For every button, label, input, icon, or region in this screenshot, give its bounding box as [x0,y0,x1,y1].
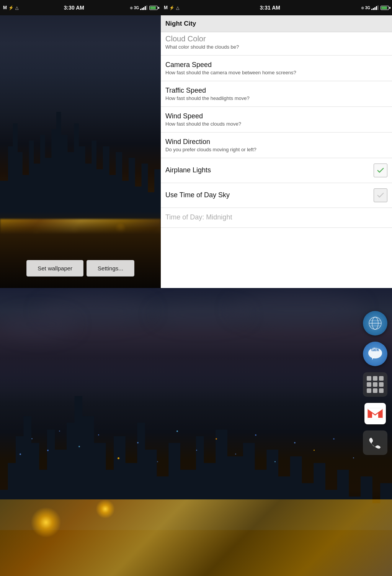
city-wallpaper [0,0,161,288]
use-time-of-day-sky-text: Use Time of Day Sky [165,191,374,200]
bottom-half: talk [0,288,392,576]
setting-airplane-lights[interactable]: Airplane Lights [161,158,392,183]
setting-camera-speed[interactable]: Camera Speed How fast should the camera … [161,56,392,81]
b-light-13 [235,453,236,455]
gmail-icon-button[interactable] [364,403,386,424]
signal-bar-r5 [377,5,379,10]
b-light-19 [353,457,354,458]
app-drawer-button[interactable] [363,372,387,397]
left-status-bar: M ⚡ △ 3:30 AM ⊕ 3G [0,0,161,15]
phone-icon-button[interactable] [363,430,387,455]
grid-dot-6 [379,382,384,387]
setting-time-of-day[interactable]: Time of Day: Midnight [161,208,392,228]
right-status-bar: M ⚡ △ 3:31 AM ⊕ 3G [161,0,392,15]
airplane-lights-text: Airplane Lights [165,166,374,175]
left-status-icons-left: M ⚡ △ [3,5,18,10]
globe-icon-button[interactable] [363,311,387,335]
network-right: 3G [365,6,370,10]
wind-direction-subtitle: Do you prefer clouds moving right or lef… [165,147,387,152]
set-wallpaper-button[interactable]: Set wallpaper [26,260,83,277]
b-light-4 [59,430,60,432]
b-light-15 [274,461,276,462]
signal-bar-2 [142,8,143,10]
lamp-glow-3 [115,223,126,234]
use-time-of-day-sky-title: Use Time of Day Sky [165,191,374,199]
battery-icon-left [149,6,158,10]
setting-use-time-of-day-sky[interactable]: Use Time of Day Sky [161,183,392,208]
signal-bar-4 [145,6,146,10]
signal-bar-r4 [376,6,377,10]
signal-bar-5 [146,5,147,10]
grid-dot-7 [367,388,371,393]
b-light-5 [78,446,80,447]
grid-dot-4 [367,382,371,387]
wind-speed-title: Wind Speed [165,112,387,120]
lamp-glow-2 [69,227,80,238]
road-glow-bottom [0,499,392,576]
use-time-of-day-sky-checkbox[interactable] [374,188,387,202]
lamp-glow-1 [31,231,42,242]
time-of-day-title: Time of Day: Midnight [165,213,387,221]
wind-speed-text: Wind Speed How fast should the clouds mo… [165,112,387,127]
airplane-lights-title: Airplane Lights [165,166,374,174]
b-light-14 [255,434,256,436]
wind-direction-title: Wind Direction [165,138,387,146]
checkmark-icon [376,166,385,175]
settings-button[interactable]: Settings... [87,260,134,277]
gmail-svg [368,408,383,419]
b-light-3 [47,450,49,451]
gmail-icon-left: M [3,5,7,10]
setting-cloud-color[interactable]: Cloud Color What color should the clouds… [161,32,392,56]
gps-icon-left: ⊕ [130,6,133,10]
b-light-16 [294,442,296,443]
setting-wind-direction[interactable]: Wind Direction Do you prefer clouds movi… [161,133,392,158]
unchecked-icon [376,191,385,200]
cloud-color-subtitle: What color should the clouds be? [165,44,387,50]
signal-bars-left [140,5,147,10]
b-light-17 [314,450,315,451]
gps-icon-right: ⊕ [361,6,364,10]
setting-traffic-speed[interactable]: Traffic Speed How fast should the headli… [161,81,392,107]
app-title-bar: Night City [161,15,392,32]
sync-icon-right: △ [176,5,179,10]
sync-icon-left: △ [15,5,18,10]
b-light-11 [196,450,197,451]
b-light-7 [118,457,119,459]
wind-speed-subtitle: How fast should the clouds move? [165,121,387,127]
settings-list: Cloud Color What color should the clouds… [161,32,392,288]
phone-svg [368,435,382,450]
building-lights-container [0,407,392,484]
left-time: 3:30 AM [64,5,84,11]
road-lights [0,219,161,265]
signal-bars-right [371,5,379,10]
b-light-18 [333,438,335,440]
grid-dot-2 [373,376,377,381]
right-status-icons-left: M ⚡ △ [164,5,179,10]
grid-dot-5 [373,382,377,387]
big-lamp-1 [31,507,61,538]
homescreen-icons: talk [363,311,387,455]
battery-icon-right [381,6,389,10]
grid-dot-8 [373,388,377,393]
talk-icon-button[interactable]: talk [363,342,387,366]
b-light-2 [31,438,33,439]
traffic-speed-title: Traffic Speed [165,87,387,95]
grid-dot-9 [379,388,384,393]
gmail-icon-right: M [164,5,168,10]
camera-speed-text: Camera Speed How fast should the camera … [165,61,387,75]
signal-bar-3 [143,7,144,10]
airplane-lights-checkbox[interactable] [374,164,387,177]
usb-icon-right: ⚡ [169,5,175,10]
setting-wind-speed[interactable]: Wind Speed How fast should the clouds mo… [161,107,392,133]
battery-fill-left [150,7,156,9]
time-of-day-text: Time of Day: Midnight [165,213,387,222]
traffic-speed-subtitle: How fast should the headlights move? [165,95,387,101]
signal-bar-r2 [373,8,374,10]
wind-direction-text: Wind Direction Do you prefer clouds movi… [165,138,387,152]
right-panel: M ⚡ △ 3:31 AM ⊕ 3G [161,0,392,288]
right-time: 3:31 AM [260,5,280,11]
cloud-4 [0,311,77,338]
signal-bar-r1 [371,9,372,10]
b-light-9 [157,461,158,462]
b-light-6 [98,434,99,435]
